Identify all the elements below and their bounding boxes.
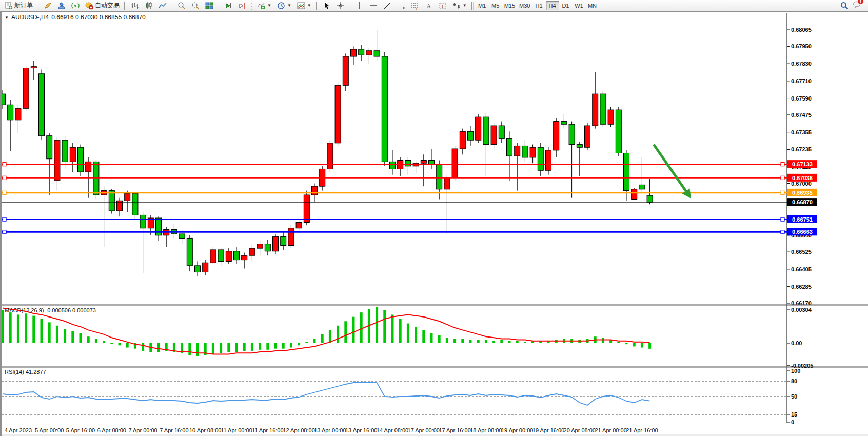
macd-histogram-bar xyxy=(71,331,74,343)
crosshair-tool-button[interactable] xyxy=(334,1,347,11)
signal-button[interactable] xyxy=(69,1,82,11)
chart-symbol-period: AUDUSD-,H4 xyxy=(11,14,49,21)
cursor-tool-button[interactable] xyxy=(320,1,333,11)
timeframe-D1[interactable]: D1 xyxy=(559,1,573,10)
macd-histogram-bar xyxy=(602,338,604,343)
candle-bull xyxy=(210,250,216,263)
macd-histogram-bar xyxy=(48,322,51,343)
candle-bull xyxy=(273,237,279,251)
cursor-icon xyxy=(323,2,331,10)
label-tool-button[interactable]: T xyxy=(436,1,449,11)
macd-histogram-bar xyxy=(251,343,253,351)
timeframe-W1[interactable]: W1 xyxy=(573,1,586,10)
toolbar-grip xyxy=(471,2,474,10)
line-handle[interactable] xyxy=(3,163,6,166)
candlestick-icon xyxy=(145,2,153,10)
candlestick-mode-button[interactable] xyxy=(142,1,155,11)
price-tick-label: 0.68065 xyxy=(791,27,812,33)
macd-histogram-bar xyxy=(64,329,66,343)
periods-button[interactable]: ▼ xyxy=(274,1,294,11)
timeframe-M15[interactable]: M15 xyxy=(502,1,517,10)
macd-histogram-bar xyxy=(625,343,628,344)
candle-bull xyxy=(288,228,294,246)
line-handle[interactable] xyxy=(781,230,784,234)
candle-bear xyxy=(561,122,567,125)
auto-scroll-button[interactable] xyxy=(222,1,235,11)
notifications-button[interactable]: 1 xyxy=(853,1,861,11)
chart-ohlc-values: 0.66916 0.67030 0.66855 0.66870 xyxy=(51,14,146,21)
candle-bull xyxy=(249,248,255,255)
text-icon: A xyxy=(425,2,433,10)
macd-histogram-bar xyxy=(56,326,58,343)
macd-histogram-bar xyxy=(235,343,238,352)
horizontal-line-tool-button[interactable] xyxy=(367,1,380,11)
tile-windows-button[interactable] xyxy=(203,1,216,11)
time-axis-label: 4 Apr 2023 xyxy=(5,427,32,433)
arrows-tool-button[interactable]: ▼ xyxy=(450,1,469,11)
rsi-label: RSI(14) 41.2877 xyxy=(5,369,46,375)
timeframe-M5[interactable]: M5 xyxy=(489,1,502,10)
candle-bull xyxy=(70,147,75,162)
macd-histogram-bar xyxy=(453,339,456,343)
timeframe-H4[interactable]: H4 xyxy=(546,1,559,10)
fibonacci-tool-button[interactable]: F xyxy=(408,1,422,11)
candle-bear xyxy=(538,147,543,170)
candle-bear xyxy=(616,110,621,153)
price-tick-label: 0.66170 xyxy=(791,300,812,306)
line-handle[interactable] xyxy=(3,176,6,180)
chart-title: ▼ AUDUSD-,H4 0.66916 0.67030 0.66855 0.6… xyxy=(5,14,146,21)
price-tick-label: 0.67710 xyxy=(791,78,812,84)
timeframe-M1[interactable]: M1 xyxy=(476,1,489,10)
candle-bear xyxy=(437,165,442,189)
candle-bear xyxy=(522,146,528,157)
chart-window: ▼ AUDUSD-,H4 0.66916 0.67030 0.66855 0.6… xyxy=(0,11,868,436)
candle-bear xyxy=(195,266,201,272)
line-chart-mode-button[interactable] xyxy=(156,1,169,11)
time-axis-label: 11 Apr 00:00 xyxy=(221,427,252,433)
macd-histogram-bar xyxy=(407,324,409,343)
macd-histogram-bar xyxy=(352,317,355,343)
new-order-button[interactable]: 新订单 xyxy=(2,1,35,11)
timeframe-M30[interactable]: M30 xyxy=(517,1,532,10)
line-handle[interactable] xyxy=(3,230,6,234)
profile-button[interactable] xyxy=(55,1,68,11)
vertical-line-tool-button[interactable] xyxy=(353,1,366,11)
line-handle[interactable] xyxy=(781,163,784,166)
time-axis-label: 13 Apr 16:00 xyxy=(345,427,377,433)
zoom-out-button[interactable] xyxy=(189,1,202,11)
horizontal-line-icon xyxy=(369,2,378,10)
timeframe-H1[interactable]: H1 xyxy=(532,1,546,10)
macd-histogram-bar xyxy=(188,343,191,355)
indicators-button[interactable]: ▼ xyxy=(254,1,274,11)
trendline-icon xyxy=(383,2,391,10)
line-handle[interactable] xyxy=(781,176,784,180)
candle-bear xyxy=(382,56,387,162)
line-handle[interactable] xyxy=(781,217,784,221)
crayon-tool-button[interactable] xyxy=(41,1,54,11)
equidistant-channel-icon: E xyxy=(397,2,405,10)
macd-histogram-bar xyxy=(126,343,129,348)
templates-button[interactable]: ▼ xyxy=(294,1,314,11)
time-axis-label: 5 Apr 00:00 xyxy=(35,427,64,433)
timeframe-group: M1M5M15M30H1H4D1W1MN xyxy=(476,1,599,10)
collapse-triangle-icon[interactable]: ▼ xyxy=(5,15,9,20)
candle-bear xyxy=(647,195,653,202)
candle-bull xyxy=(608,110,614,124)
new-order-icon xyxy=(5,2,13,10)
auto-trading-button[interactable]: 自动交易 xyxy=(83,1,122,11)
trendline-tool-button[interactable] xyxy=(381,1,394,11)
chart-shift-button[interactable] xyxy=(235,1,249,11)
bar-chart-mode-button[interactable] xyxy=(128,1,142,11)
macd-histogram-bar xyxy=(110,343,113,344)
line-handle[interactable] xyxy=(3,217,6,221)
line-handle[interactable] xyxy=(3,191,6,194)
macd-histogram-bar xyxy=(578,340,581,343)
timeframe-MN[interactable]: MN xyxy=(586,1,599,10)
macd-histogram-bar xyxy=(142,343,144,351)
macd-histogram-bar xyxy=(648,343,651,349)
text-tool-button[interactable]: A xyxy=(422,1,436,11)
zoom-in-button[interactable] xyxy=(175,1,188,11)
line-handle[interactable] xyxy=(781,191,784,194)
search-icon[interactable] xyxy=(840,2,849,10)
channel-tool-button[interactable]: E xyxy=(394,1,408,11)
